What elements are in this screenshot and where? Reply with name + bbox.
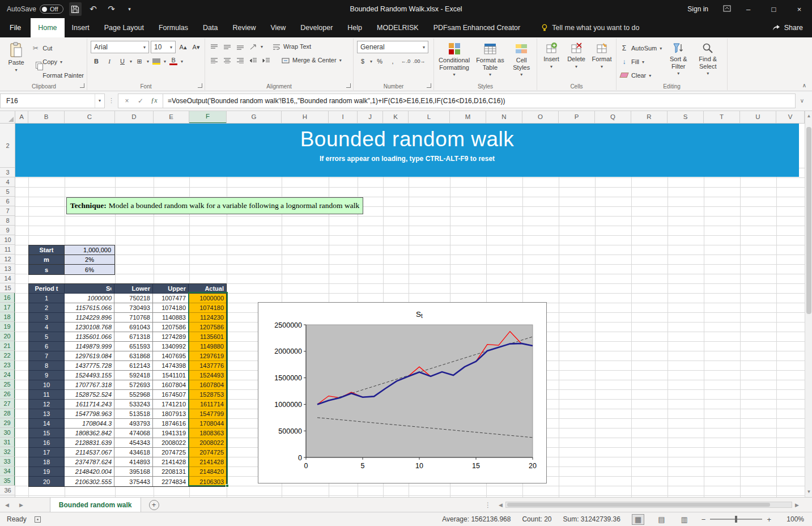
row-header-26[interactable]: 26 (0, 389, 15, 399)
cell-actual[interactable]: 1074180 (189, 303, 226, 313)
tab-insert[interactable]: Insert (65, 18, 97, 37)
select-all-button[interactable] (0, 111, 15, 124)
cell-st[interactable]: 1124229.896 (65, 313, 114, 323)
cell-upper[interactable]: 1474398 (153, 361, 189, 371)
align-center-button[interactable] (222, 54, 233, 66)
horizontal-scroll-thumb[interactable] (507, 503, 770, 507)
cell-st[interactable]: 2128831.639 (65, 438, 114, 448)
cell-lower[interactable]: 533243 (114, 400, 153, 409)
cell-actual[interactable]: 1611714 (189, 400, 226, 409)
row-header-31[interactable]: 31 (0, 438, 15, 447)
font-color-button[interactable]: B (168, 56, 179, 67)
bold-button[interactable]: B (91, 56, 102, 67)
tab-pdfsam[interactable]: PDFsam Enhanced Creator (426, 18, 528, 37)
minimize-button[interactable]: – (736, 0, 761, 18)
cell-st[interactable]: 2374787.624 (65, 457, 114, 467)
cell-period[interactable]: 4 (29, 323, 65, 332)
cell-lower[interactable]: 631868 (114, 351, 153, 361)
cell-lower[interactable]: 395168 (114, 467, 153, 477)
paste-button[interactable]: Paste ▾ (5, 41, 28, 81)
hscroll-left-icon[interactable]: ◀ (496, 502, 505, 508)
save-button[interactable] (69, 2, 82, 16)
row-header-22[interactable]: 22 (0, 351, 15, 360)
increase-indent-button[interactable] (261, 54, 272, 66)
cell-actual[interactable]: 2106303 (189, 477, 226, 486)
column-header-K[interactable]: K (383, 111, 409, 124)
cell-lower[interactable]: 691043 (114, 323, 153, 332)
cell-upper[interactable]: 1074180 (153, 303, 189, 313)
zoom-in-button[interactable]: + (767, 515, 771, 524)
table-header-3[interactable]: Upper (153, 284, 189, 294)
row-header-4[interactable]: 4 (0, 177, 15, 187)
cell-actual[interactable]: 1607804 (189, 380, 226, 390)
orientation-button[interactable] (248, 41, 259, 52)
autosum-button[interactable]: ΣAutoSum▾ (620, 43, 662, 54)
sheet-nav-prev-icon[interactable]: ◀ (0, 502, 14, 508)
cell-actual[interactable]: 1437776 (189, 361, 226, 371)
cell-st[interactable]: 1524493.155 (65, 371, 114, 380)
cell-actual[interactable]: 1000000 (189, 294, 226, 303)
cell-actual[interactable]: 2074725 (189, 448, 226, 457)
cell-lower[interactable]: 612143 (114, 361, 153, 371)
column-header-M[interactable]: M (450, 111, 486, 124)
cut-button[interactable]: ✂Cut (31, 43, 84, 54)
cell-period[interactable]: 18 (29, 457, 65, 467)
sign-in-button[interactable]: Sign in (687, 5, 708, 13)
chevron-down-icon[interactable]: ▾ (147, 59, 149, 64)
cell-lower[interactable]: 710768 (114, 313, 153, 323)
table-header-4[interactable]: Actual (189, 284, 226, 294)
chevron-down-icon[interactable]: ▾ (181, 59, 183, 64)
insert-function-button[interactable]: ƒx (148, 96, 160, 105)
chart-object[interactable]: 0500000100000015000002000000250000005101… (258, 302, 547, 483)
autosave-toggle[interactable]: AutoSave Off (7, 5, 63, 14)
cell-st[interactable]: 1547798.963 (65, 409, 114, 419)
tab-view[interactable]: View (263, 18, 293, 37)
cell-st[interactable]: 1437775.728 (65, 361, 114, 371)
chevron-down-icon[interactable]: ▾ (370, 59, 372, 64)
cell-styles-button[interactable]: Cell Styles ▾ (509, 41, 534, 81)
cell-period[interactable]: 11 (29, 390, 65, 400)
cell-upper[interactable]: 2141428 (153, 457, 189, 467)
cell-upper[interactable]: 1007477 (153, 294, 189, 303)
cell-grid[interactable]: Bounded random walk If errors appear on … (15, 124, 805, 497)
enter-button[interactable]: ✓ (134, 97, 147, 105)
collapse-ribbon-button[interactable]: ∧ (802, 82, 806, 88)
cell-period[interactable]: 15 (29, 429, 65, 438)
row-header-10[interactable]: 10 (0, 235, 15, 245)
column-header-L[interactable]: L (409, 111, 450, 124)
dialog-launcher-icon[interactable] (427, 83, 431, 88)
cell-lower[interactable]: 414893 (114, 457, 153, 467)
row-header-14[interactable]: 14 (0, 274, 15, 283)
chevron-down-icon[interactable]: ▾ (130, 59, 132, 64)
cell-lower[interactable]: 730493 (114, 303, 153, 313)
cell-actual[interactable]: 1135601 (189, 332, 226, 342)
cell-actual[interactable]: 1808363 (189, 429, 226, 438)
cell-upper[interactable]: 1607804 (153, 380, 189, 390)
cell-st[interactable]: 2106302.555 (65, 477, 114, 486)
redo-button[interactable]: ↷ (105, 2, 118, 16)
parameter-label[interactable]: Start (29, 245, 65, 255)
cell-upper[interactable]: 1807913 (153, 409, 189, 419)
number-format-combo[interactable]: General▾ (357, 41, 428, 53)
cell-period[interactable]: 12 (29, 400, 65, 409)
clear-button[interactable]: Clear▾ (620, 70, 662, 81)
row-header-17[interactable]: 17 (0, 303, 15, 312)
cancel-button[interactable]: × (121, 97, 133, 105)
decrease-decimal-button[interactable]: .00→ (413, 56, 426, 67)
sheet-tab-active[interactable]: Bounded random walk (50, 498, 141, 512)
cell-actual[interactable]: 1524493 (189, 371, 226, 380)
decrease-font-button[interactable]: A▾ (190, 41, 202, 53)
cell-lower[interactable]: 493793 (114, 419, 153, 429)
cell-period[interactable]: 10 (29, 380, 65, 390)
macro-record-icon[interactable] (35, 516, 41, 523)
cell-upper[interactable]: 1407695 (153, 351, 189, 361)
cell-period[interactable]: 14 (29, 419, 65, 429)
cell-actual[interactable]: 1708044 (189, 419, 226, 429)
close-button[interactable]: × (787, 0, 812, 18)
format-painter-button[interactable]: Format Painter (31, 70, 84, 81)
comma-style-button[interactable]: , (387, 56, 398, 67)
row-header-34[interactable]: 34 (0, 466, 15, 476)
tab-data[interactable]: Data (195, 18, 225, 37)
parameter-label[interactable]: s (29, 265, 65, 274)
increase-font-button[interactable]: A▴ (177, 41, 189, 53)
